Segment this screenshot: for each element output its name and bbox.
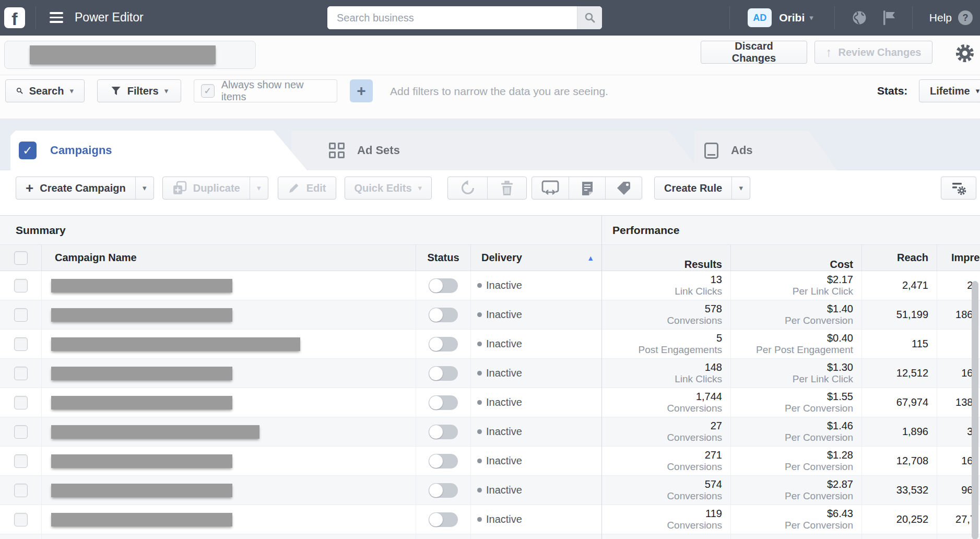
redacted-campaign-name (51, 396, 232, 409)
create-campaign-dropdown[interactable]: ▾ (135, 177, 154, 199)
results-value: 27 (711, 420, 722, 432)
discard-changes-button[interactable]: Discard Changes (701, 41, 807, 64)
column-settings-button[interactable] (941, 177, 976, 200)
results-label: Conversions (667, 520, 722, 531)
status-cell (416, 330, 471, 358)
reach-cell: 12,512 (862, 359, 937, 388)
ad-account-badge[interactable]: AD (748, 8, 772, 27)
row-select-cell (0, 388, 42, 417)
delivery-header-label: Delivery (481, 252, 522, 264)
column-header-reach[interactable]: Reach (862, 245, 937, 271)
campaign-name-cell (42, 271, 416, 300)
status-toggle-off[interactable] (429, 454, 458, 468)
user-name: Oribi (779, 11, 805, 24)
campaign-row[interactable]: Inactive 574 Conversions $2.87 Per Conve… (0, 476, 980, 505)
search-input[interactable] (327, 6, 577, 29)
always-show-new-items-checkbox[interactable]: ✓ Always show new items (194, 79, 337, 102)
select-all-checkbox[interactable] (14, 251, 28, 265)
row-checkbox[interactable] (14, 367, 28, 380)
row-select-cell (0, 330, 42, 358)
row-checkbox[interactable] (14, 308, 28, 322)
user-menu[interactable]: Oribi ▾ (779, 11, 813, 24)
status-toggle-off[interactable] (429, 278, 458, 293)
export-import-button[interactable] (532, 177, 569, 199)
campaign-row[interactable]: Inactive 119 Conversions $6.43 Per Conve… (0, 505, 980, 534)
column-header-status[interactable]: Status (416, 245, 471, 271)
hamburger-menu-icon[interactable] (50, 12, 63, 23)
cost-label: Per Conversion (785, 315, 853, 326)
review-changes-button[interactable]: ↑ Review Changes (814, 41, 932, 64)
status-toggle-off[interactable] (429, 366, 458, 381)
status-toggle-off[interactable] (429, 308, 458, 322)
tab-label: Ads (731, 144, 753, 157)
column-header-impressions[interactable]: Impressions (937, 245, 980, 271)
upload-arrow-icon: ↑ (826, 45, 832, 60)
campaign-row[interactable]: Inactive 1,744 Conversions $1.55 Per Con… (0, 388, 980, 417)
help-menu[interactable]: Help ? (929, 10, 973, 25)
tab-ad-sets[interactable]: Ad Sets (291, 131, 700, 170)
column-header-delivery[interactable]: Delivery ▲ (471, 245, 602, 271)
cost-label: Per Post Engagement (756, 344, 853, 356)
edit-button[interactable]: Edit (278, 177, 336, 200)
cost-label: Per Link Click (793, 373, 853, 385)
inactive-dot-icon (477, 517, 482, 522)
status-toggle-off[interactable] (429, 425, 458, 439)
flag-icon[interactable] (881, 9, 896, 26)
campaign-name-cell (42, 330, 416, 358)
status-toggle-off[interactable] (429, 512, 458, 527)
add-filter-button[interactable]: + (350, 79, 373, 102)
row-checkbox[interactable] (14, 425, 28, 439)
reach-cell: 115 (862, 330, 937, 358)
tag-button[interactable] (605, 177, 642, 199)
row-checkbox[interactable] (14, 513, 28, 526)
status-toggle-off[interactable] (429, 337, 458, 351)
campaign-row[interactable]: Inactive 271 Conversions $1.28 Per Conve… (0, 447, 980, 476)
create-rule-button[interactable]: Create Rule (655, 177, 731, 199)
delivery-cell: Inactive (471, 300, 602, 329)
row-checkbox[interactable] (14, 454, 28, 468)
revert-button[interactable] (448, 177, 487, 199)
search-icon[interactable] (577, 6, 602, 29)
campaign-row[interactable] (0, 534, 980, 539)
delivery-cell: Inactive (471, 417, 602, 446)
search-dropdown-button[interactable]: Search ▾ (5, 79, 85, 102)
campaign-row[interactable]: Inactive 13 Link Clicks $2.17 Per Link C… (0, 271, 980, 300)
quick-edits-button[interactable]: Quick Edits ▾ (345, 177, 432, 200)
campaign-row[interactable]: Inactive 5 Post Engagements $0.40 Per Po… (0, 330, 980, 359)
facebook-logo-icon[interactable]: f (4, 7, 25, 28)
campaign-row[interactable]: Inactive 578 Conversions $1.40 Per Conve… (0, 300, 980, 330)
globe-icon[interactable] (852, 10, 867, 26)
create-rule-dropdown[interactable]: ▾ (731, 177, 750, 199)
report-button[interactable] (569, 177, 605, 199)
status-toggle-off[interactable] (429, 395, 458, 410)
row-checkbox[interactable] (14, 337, 28, 351)
date-range-dropdown[interactable]: Lifetime ▾ (919, 79, 980, 102)
delivery-cell: Inactive (471, 447, 602, 475)
tab-ads[interactable]: Ads (694, 131, 837, 170)
redacted-account-name (30, 45, 216, 64)
vertical-scrollbar[interactable] (972, 281, 978, 539)
column-header-results[interactable]: Results (602, 245, 731, 271)
create-campaign-button[interactable]: + Create Campaign (16, 177, 135, 199)
results-value: 148 (705, 361, 722, 373)
row-checkbox[interactable] (14, 279, 28, 292)
delete-button[interactable] (487, 177, 526, 199)
column-header-campaign-name[interactable]: Campaign Name (42, 245, 416, 271)
results-cell: 27 Conversions (602, 417, 731, 446)
row-select-cell (0, 505, 42, 534)
tab-campaigns[interactable]: ✓ Campaigns (10, 131, 307, 170)
campaign-row[interactable]: Inactive 148 Link Clicks $1.30 Per Link … (0, 359, 980, 388)
duplicate-button[interactable]: Duplicate (163, 177, 250, 199)
ad-account-selector[interactable] (4, 41, 256, 69)
status-toggle-off[interactable] (429, 483, 458, 498)
delivery-status: Inactive (486, 309, 522, 321)
row-checkbox[interactable] (14, 396, 28, 409)
campaign-name-cell (42, 300, 416, 329)
campaign-row[interactable]: Inactive 27 Conversions $1.46 Per Conver… (0, 417, 980, 447)
duplicate-dropdown[interactable]: ▾ (250, 177, 268, 199)
column-header-cost[interactable]: Cost (731, 245, 862, 271)
settings-gear-icon[interactable] (954, 43, 975, 64)
filters-dropdown-button[interactable]: Filters ▾ (97, 79, 181, 102)
table-section-band: Summary Performance (0, 216, 980, 245)
row-checkbox[interactable] (14, 484, 28, 497)
